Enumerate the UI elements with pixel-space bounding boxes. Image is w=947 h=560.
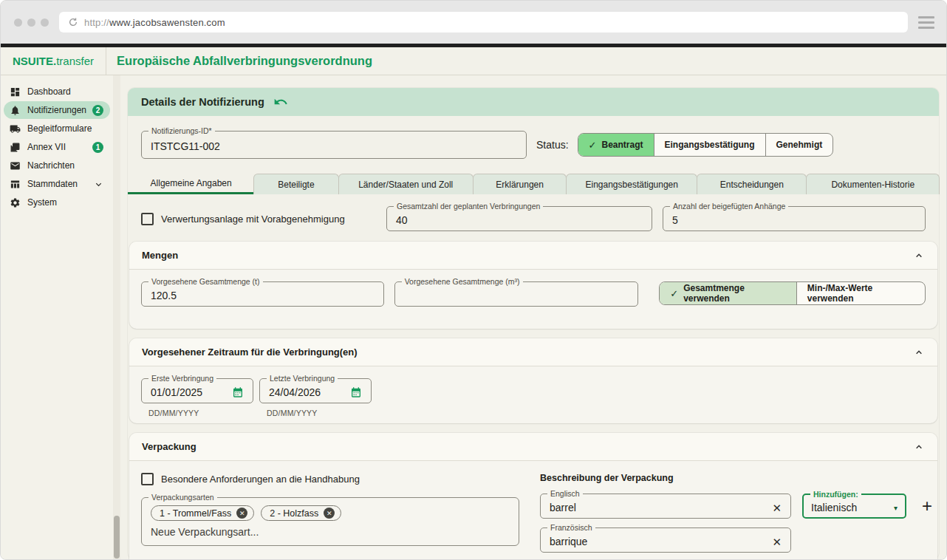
annex-count-badge: 1: [92, 142, 103, 153]
toggle-min-max[interactable]: Min-/Max-Werte verwenden: [797, 282, 925, 304]
verpackung-header[interactable]: Verpackung: [129, 433, 937, 461]
tab-entscheidungen[interactable]: Entscheidungen: [697, 174, 807, 194]
clear-icon[interactable]: ✕: [772, 536, 782, 547]
tab-bar: Allgemeine Angaben Beteiligte Länder/Sta…: [128, 174, 939, 194]
undo-back-icon[interactable]: [273, 95, 288, 109]
window-control-dot[interactable]: [41, 18, 49, 27]
packaging-chip[interactable]: 2 - Holzfass ✕: [261, 505, 341, 521]
attachments-count-field[interactable]: Anzahl der beigefügten Anhänge 5: [663, 206, 926, 231]
notification-id-label: Notifizierungs-ID*: [148, 126, 215, 135]
window-control-dot[interactable]: [27, 18, 35, 27]
app-header: NSUITE.transfer Europäische Abfallverbri…: [1, 47, 946, 75]
gear-icon: [10, 197, 21, 208]
sidebar-item-dashboard[interactable]: Dashboard: [4, 83, 110, 100]
total-amount-t-field[interactable]: Vorgesehene Gesamtmenge (t) 120.5: [141, 281, 384, 307]
packaging-chip[interactable]: 1 - Trommel/Fass ✕: [151, 505, 254, 521]
check-icon: ✓: [670, 288, 678, 299]
chevron-down-icon: [94, 180, 103, 189]
browser-menu-icon[interactable]: [918, 16, 934, 29]
sidebar-item-label: Stammdaten: [27, 179, 78, 189]
url-host: www.jacobsawensten.com: [109, 17, 225, 28]
calendar-icon[interactable]: [232, 386, 244, 398]
sidebar-item-annex-vii[interactable]: 7 Annex VII 1: [4, 138, 110, 156]
packaging-types-field[interactable]: Verpackungsarten 1 - Trommel/Fass ✕ 2 - …: [141, 497, 519, 546]
annex-7-icon: 7: [10, 142, 21, 153]
mengen-header[interactable]: Mengen: [129, 242, 937, 270]
pre-approval-checkbox-row[interactable]: Verwertungsanlage mit Vorabgenehmigung: [141, 213, 345, 225]
tab-beteiligte[interactable]: Beteiligte: [253, 174, 338, 194]
scrollbar-thumb[interactable]: [114, 516, 120, 559]
sidebar-item-stammdaten[interactable]: Stammdaten: [4, 175, 110, 193]
checkbox-unchecked[interactable]: [141, 473, 154, 485]
date-format-hint: DD/MM/YYYY: [141, 409, 253, 417]
brand-secondary: transfer: [56, 55, 94, 67]
bell-icon: [10, 105, 21, 116]
handling-checkbox-row[interactable]: Besondere Anforderungen an die Handhabun…: [141, 473, 519, 485]
url-scheme: http://: [84, 17, 109, 28]
status-button-group: ✓ Beantragt Eingangsbestätigung Genehmig…: [578, 133, 834, 157]
window-controls[interactable]: [14, 18, 49, 27]
add-language-select[interactable]: Hinzufügen: Italienisch ▾: [802, 494, 906, 519]
mengen-title: Mengen: [142, 250, 178, 261]
window-control-dot[interactable]: [14, 18, 22, 27]
tab-eingangsbestaetigungen[interactable]: Eingangsbestätigungen: [566, 174, 697, 194]
url-text: http://www.jacobsawensten.com: [84, 17, 225, 28]
total-amount-m3-field[interactable]: Vorgesehene Gesamtmenge (m³): [394, 281, 639, 307]
clear-icon[interactable]: ✕: [772, 502, 782, 513]
main-content: Details der Notifizierung Notifizierungs…: [120, 75, 946, 560]
url-bar[interactable]: http://www.jacobsawensten.com: [59, 12, 908, 33]
svg-text:7: 7: [15, 143, 18, 148]
brand-primary: NSUITE.: [13, 55, 56, 67]
status-option-genehmigt[interactable]: Genehmigt: [766, 134, 833, 156]
main-scrollbar[interactable]: [113, 75, 120, 560]
sidebar: Dashboard Notifizierungen 2 Begleitformu…: [1, 75, 113, 560]
add-language-button[interactable]: +: [917, 497, 937, 515]
verpackung-section: Verpackung Besondere Anforderungen an di…: [129, 433, 937, 560]
zeitraum-section: Vorgesehener Zeitraum für die Verbringun…: [129, 338, 937, 423]
tab-laender-staaten-zoll[interactable]: Länder/Staaten und Zoll: [338, 174, 474, 194]
checkbox-unchecked[interactable]: [141, 213, 154, 225]
sidebar-item-label: System: [27, 197, 57, 208]
sidebar-item-label: Notifizierungen: [27, 105, 86, 115]
dropdown-arrow-icon: ▾: [894, 504, 898, 512]
verpackung-title: Verpackung: [142, 441, 196, 452]
chip-remove-icon[interactable]: ✕: [236, 508, 247, 519]
app-title: Europäische Abfallverbringungsverordnung: [106, 47, 383, 75]
sidebar-item-notifizierungen[interactable]: Notifizierungen 2: [4, 101, 110, 119]
reload-icon[interactable]: [68, 17, 78, 27]
chevron-up-icon[interactable]: [913, 441, 925, 453]
truck-icon: [10, 123, 21, 134]
english-description-field[interactable]: Englisch barrel ✕: [540, 494, 791, 519]
sidebar-item-nachrichten[interactable]: Nachrichten: [4, 157, 110, 174]
tab-erklaerungen[interactable]: Erklärungen: [473, 174, 567, 194]
chevron-up-icon[interactable]: [913, 250, 925, 262]
new-packaging-placeholder[interactable]: Neue Verpackungsart...: [151, 526, 510, 538]
total-shipments-field[interactable]: Gesamtzahl der geplanten Verbringungen 4…: [386, 206, 652, 231]
tab-dokumenten-historie[interactable]: Dokumenten-Historie: [806, 174, 940, 194]
first-shipment-date-field[interactable]: Erste Verbringung 01/01/2025: [141, 378, 253, 403]
status-option-beantragt[interactable]: ✓ Beantragt: [578, 134, 654, 156]
tab-allgemeine-angaben[interactable]: Allgemeine Angaben: [128, 174, 254, 194]
dashboard-icon: [10, 86, 21, 98]
browser-window: http://www.jacobsawensten.com NSUITE.tra…: [0, 0, 947, 560]
sidebar-item-label: Begleitformulare: [27, 123, 92, 134]
date-format-hint: DD/MM/YYYY: [259, 409, 372, 417]
pre-approval-checkbox-label: Verwertungsanlage mit Vorabgenehmigung: [161, 214, 345, 225]
chevron-up-icon[interactable]: [913, 346, 925, 358]
zeitraum-title: Vorgesehener Zeitraum für die Verbringun…: [142, 346, 358, 358]
general-info-row: Verwertungsanlage mit Vorabgenehmigung G…: [128, 194, 939, 242]
calendar-icon[interactable]: [350, 386, 362, 398]
sidebar-item-begleitformulare[interactable]: Begleitformulare: [4, 120, 110, 137]
status-option-eingangsbestaetigung[interactable]: Eingangsbestätigung: [654, 134, 766, 156]
zeitraum-header[interactable]: Vorgesehener Zeitraum für die Verbringun…: [129, 338, 937, 366]
toggle-gesamtmenge[interactable]: ✓ Gesamtmenge verwenden: [660, 282, 797, 304]
last-shipment-date-field[interactable]: Letzte Verbringung 24/04/2026: [259, 378, 372, 403]
description-heading: Beschreibung der Verpackung: [540, 473, 937, 483]
panel-header: Details der Notifizierung: [128, 88, 939, 116]
app-logo[interactable]: NSUITE.transfer: [1, 47, 106, 75]
sidebar-item-system[interactable]: System: [4, 194, 110, 211]
notification-id-field[interactable]: Notifizierungs-ID* ITSTCG11-002: [141, 131, 527, 159]
notifications-count-badge: 2: [92, 105, 103, 116]
french-description-field[interactable]: Französisch barrique ✕: [540, 527, 791, 553]
chip-remove-icon[interactable]: ✕: [324, 508, 335, 519]
